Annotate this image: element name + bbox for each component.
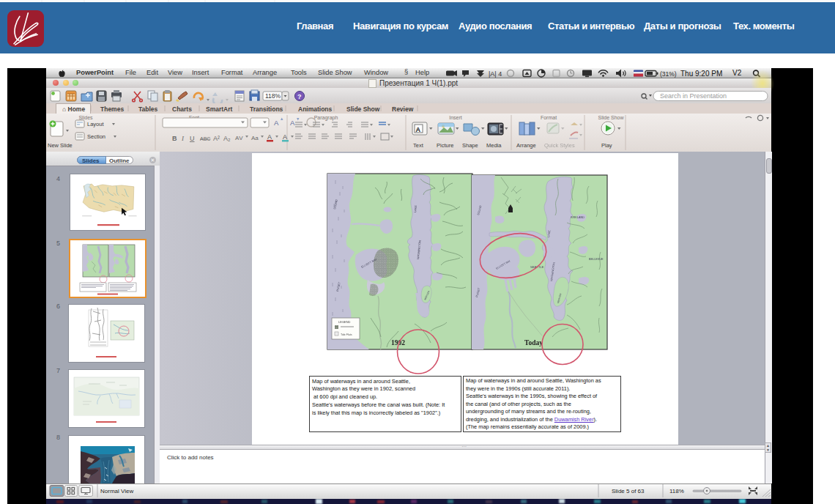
svg-text:B: B (172, 135, 177, 142)
svg-text:Paragraph: Paragraph (314, 115, 338, 121)
svg-text:A²: A² (213, 135, 220, 142)
svg-text:|A| 4: |A| 4 (489, 70, 502, 78)
svg-text:BELLEVUE: BELLEVUE (589, 258, 604, 261)
svg-text:Search in Presentation: Search in Presentation (660, 92, 727, 100)
svg-text:Slide 5 of 63: Slide 5 of 63 (612, 488, 645, 494)
svg-text:Tide Flats: Tide Flats (341, 333, 352, 336)
svg-text:Quick Styles: Quick Styles (544, 142, 575, 149)
svg-text:LEGEND: LEGEND (338, 320, 351, 324)
svg-text:118%: 118% (669, 488, 684, 494)
svg-text:A₂: A₂ (223, 135, 231, 142)
svg-text:KIRKLAND: KIRKLAND (571, 216, 584, 219)
svg-text:Layout: Layout (87, 121, 104, 127)
svg-text:?: ? (297, 93, 302, 100)
svg-text:Today: Today (524, 339, 543, 346)
svg-text:A: A (283, 133, 287, 141)
svg-text:Thu 9:20 PM: Thu 9:20 PM (680, 70, 722, 78)
svg-text:Format: Format (541, 115, 557, 120)
svg-text:Text: Text (413, 142, 424, 149)
svg-text:Normal View: Normal View (100, 488, 133, 494)
svg-text:U: U (190, 135, 195, 142)
svg-text:New Slide: New Slide (48, 142, 73, 149)
svg-text:ΑV: ΑV (235, 135, 243, 141)
svg-text:A: A (267, 133, 272, 141)
svg-text:A: A (274, 119, 279, 127)
svg-text:A: A (290, 119, 295, 127)
svg-text:Shape: Shape (462, 142, 478, 149)
svg-text:Section: Section (87, 133, 105, 140)
svg-text:A: A (416, 126, 421, 133)
svg-text:Slide Show: Slide Show (598, 115, 624, 120)
svg-text:Media: Media (486, 142, 502, 149)
svg-text:Aa: Aa (251, 135, 259, 141)
svg-text:118%: 118% (265, 92, 281, 100)
svg-text:ABC: ABC (200, 136, 210, 141)
svg-text:Picture: Picture (437, 142, 453, 149)
svg-text:Play: Play (601, 142, 612, 149)
svg-text:I: I (181, 135, 185, 142)
svg-text:(31%): (31%) (660, 70, 677, 78)
svg-text:Arrange: Arrange (516, 142, 536, 149)
svg-text:Insert: Insert (449, 115, 462, 120)
svg-text:Slides: Slides (78, 115, 93, 120)
